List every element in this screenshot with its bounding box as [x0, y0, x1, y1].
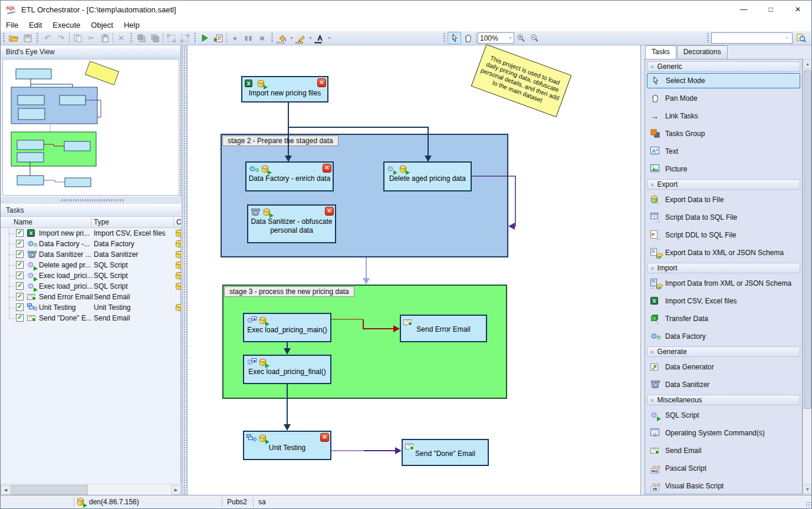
vertical-scrollbar[interactable]: ▲ ▼ — [803, 59, 812, 494]
palette-item-text[interactable]: A Text — [645, 143, 802, 160]
table-row[interactable]: ⚙ Exec load_prici... SQL Script — [1, 270, 181, 281]
pause-button[interactable]: ▮▮ — [242, 32, 255, 44]
table-row[interactable]: Send "Done" E... Send Email — [1, 313, 181, 323]
palette-item-tasks-group[interactable]: Tasks Group — [645, 125, 802, 143]
column-separator[interactable] — [173, 217, 174, 228]
menu-execute[interactable]: Execute — [47, 19, 86, 31]
zoom-in-button[interactable] — [514, 32, 528, 44]
task-data-sanitizer[interactable]: Data Sanitizer - obfuscate personal data — [247, 204, 336, 243]
menu-object[interactable]: Object — [86, 19, 119, 31]
table-row[interactable]: ⚙ Delete aged pr... SQL Script — [1, 260, 181, 270]
task-import[interactable]: Import new pricing files — [241, 76, 328, 103]
section-generic[interactable]: »Generic — [647, 61, 800, 72]
tab-tasks[interactable]: Tasks — [645, 45, 676, 59]
search-button[interactable] — [794, 32, 808, 44]
table-row[interactable]: ⚙⚙ Data Factory -... Data Factory — [1, 239, 181, 249]
table-row[interactable]: Send Error Email Send Email — [1, 292, 181, 302]
tab-decorations[interactable]: Decorations — [677, 45, 728, 59]
section-import[interactable]: »Import — [647, 263, 800, 273]
font-color-dropdown[interactable]: ▼ — [327, 32, 332, 44]
link-import-to-delete[interactable] — [288, 103, 428, 157]
view-script-button[interactable] — [212, 32, 225, 44]
column-type[interactable]: Type — [94, 218, 109, 226]
task-unit-testing[interactable]: ⚙ Unit Testing — [243, 431, 331, 460]
zoom-out-button[interactable] — [528, 32, 541, 44]
task-data-factory[interactable]: ⚙⚙ Data Factory - enrich data — [245, 161, 334, 191]
scroll-right-button[interactable]: ▶ — [171, 485, 181, 495]
table-row[interactable]: ⚙ Unit Testing Unit Testing — [1, 302, 181, 313]
row-checkbox[interactable] — [16, 250, 24, 258]
palette-item-export-data-file[interactable]: → Export Data to File — [645, 191, 802, 209]
section-export[interactable]: »Export — [647, 179, 800, 190]
close-icon[interactable] — [317, 78, 326, 87]
stop-button[interactable]: ■ — [255, 32, 269, 44]
palette-item-script-data-sql[interactable]: → Script Data to SQL File — [645, 209, 802, 226]
palette-item-script-ddl-sql[interactable]: P→ Script DDL to SQL File — [645, 226, 802, 244]
row-checkbox[interactable] — [16, 293, 24, 300]
palette-item-data-sanitizer[interactable]: Data Sanitizer — [645, 376, 802, 394]
row-checkbox[interactable] — [16, 282, 24, 290]
table-row[interactable]: Data Sanitizer ... Data Sanitizer — [1, 249, 181, 260]
palette-item-data-factory[interactable]: ⚙⚙ Data Factory — [645, 328, 802, 345]
palette-item-export-xml-json[interactable]: Export Data to XML or JSON Schema — [645, 244, 802, 262]
scroll-left-button[interactable]: ◀ — [1, 485, 11, 495]
table-row[interactable]: Import new pri... Import CSV, Excel file… — [1, 228, 181, 239]
close-icon[interactable] — [325, 207, 334, 216]
task-delete-aged[interactable]: ⚙ Delete aged pricing data — [383, 161, 472, 191]
row-checkbox[interactable] — [16, 240, 24, 247]
palette-item-os-command[interactable]: ⚙ Operating System Command(s) — [645, 424, 802, 442]
palette-item-send-email[interactable]: Send Email — [645, 442, 802, 460]
group-tasks-button[interactable] — [165, 32, 178, 44]
font-color-button[interactable]: A — [313, 32, 327, 44]
row-checkbox[interactable] — [16, 314, 24, 322]
row-checkbox[interactable] — [16, 229, 24, 237]
save-button[interactable] — [21, 32, 34, 44]
panel-splitter[interactable] — [1, 197, 181, 204]
palette-item-picture[interactable]: Picture — [645, 160, 802, 178]
undo-button[interactable]: ↶ — [41, 32, 54, 44]
search-combo-dropdown[interactable]: ˅ — [784, 32, 790, 44]
task-send-done-email[interactable]: Send "Done" Email — [402, 439, 489, 466]
redo-button[interactable]: ↷ — [54, 32, 68, 44]
pan-mode-button[interactable] — [461, 32, 475, 44]
copy-button[interactable] — [71, 32, 84, 44]
paste-button[interactable] — [98, 32, 111, 44]
link-delete-to-stage2[interactable] — [472, 176, 515, 226]
palette-item-import-csv[interactable]: Import CSV, Excel files — [645, 292, 802, 310]
palette-item-transfer-data[interactable]: → Transfer Data — [645, 310, 802, 328]
task-exec-final[interactable]: ⚙ Exec load_pricing_final() — [243, 355, 331, 384]
palette-item-pascal-script[interactable]: ⚙⚙PAS Pascal Script — [645, 460, 802, 477]
line-color-dropdown[interactable]: ▼ — [308, 32, 313, 44]
row-checkbox[interactable] — [16, 272, 24, 279]
palette-item-link-tasks[interactable]: → Link Tasks — [645, 107, 802, 125]
horizontal-scrollbar[interactable]: ◀ ▶ — [1, 484, 181, 495]
resize-grip-icon[interactable] — [806, 501, 811, 507]
minimize-button[interactable]: — — [730, 1, 757, 18]
select-mode-button[interactable] — [448, 32, 461, 44]
task-exec-main[interactable]: ⚙ Exec load_pricing_main() — [243, 313, 331, 342]
palette-item-sql-script[interactable]: ⚙ SQL Script — [645, 406, 802, 424]
fill-color-dropdown[interactable]: ▼ — [289, 32, 294, 44]
record-button[interactable]: ● — [228, 32, 242, 44]
scroll-up-button[interactable]: ▲ — [803, 60, 812, 69]
zoom-combo[interactable]: 100% ˅ — [478, 32, 514, 44]
bring-to-front-button[interactable] — [134, 32, 148, 44]
ungroup-tasks-button[interactable] — [178, 32, 192, 44]
column-separator[interactable] — [91, 217, 91, 228]
close-icon[interactable] — [320, 433, 329, 442]
palette-item-vb-script[interactable]: ⚙⚙VB Visual Basic Script — [645, 477, 802, 494]
scrollbar-thumb[interactable] — [804, 70, 811, 409]
row-checkbox[interactable] — [16, 261, 24, 269]
fill-color-button[interactable] — [275, 32, 289, 44]
palette-item-pan-mode[interactable]: Pan Mode — [645, 90, 802, 107]
menu-file[interactable]: File — [1, 19, 24, 31]
close-button[interactable]: ✕ — [784, 1, 811, 18]
maximize-button[interactable]: □ — [757, 1, 784, 18]
link-execmain-to-senderror[interactable] — [363, 319, 393, 329]
run-button[interactable] — [198, 32, 212, 44]
section-miscellaneous[interactable]: »Miscellaneous — [647, 395, 800, 405]
diagram-canvas[interactable]: stage 2 - Prepare the staged data stage … — [188, 45, 640, 496]
palette-item-select-mode[interactable]: Select Mode — [647, 73, 800, 88]
palette-item-data-generator[interactable]: Data Generator — [645, 358, 802, 376]
palette-item-import-xml-json[interactable]: ← Import Data from XML or JSON Schema — [645, 275, 802, 292]
